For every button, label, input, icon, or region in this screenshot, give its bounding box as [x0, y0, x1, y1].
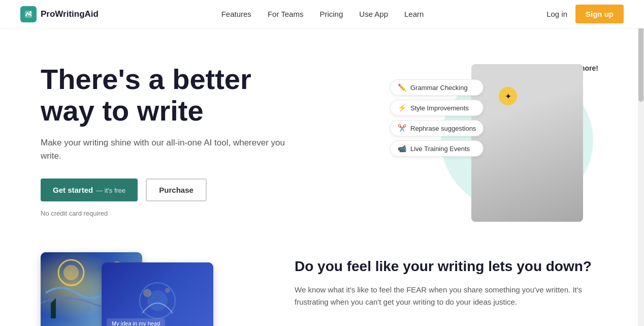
pill-style: ⚡ Style Improvements	[390, 100, 484, 116]
signup-button[interactable]: Sign up	[575, 5, 624, 23]
section2-left: My idea in my head	[41, 252, 254, 326]
section2-right: Do you feel like your writing lets you d…	[295, 252, 603, 308]
training-icon: 📹	[398, 144, 406, 153]
grammar-icon: ✏️	[398, 83, 406, 92]
svg-point-7	[143, 289, 151, 297]
pill-grammar: ✏️ Grammar Checking	[390, 79, 484, 96]
rephrase-icon: ✂️	[398, 124, 406, 132]
no-credit-text: No credit card required	[41, 210, 305, 217]
section2-title: Do you feel like your writing lets you d…	[295, 257, 603, 276]
screen-card	[102, 262, 213, 326]
svg-point-3	[63, 265, 79, 280]
svg-point-8	[165, 288, 170, 293]
nav-use-app[interactable]: Use App	[359, 10, 388, 18]
purchase-button[interactable]: Purchase	[146, 179, 207, 201]
hero-buttons: Get started— it's free Purchase	[41, 179, 305, 201]
logo-link[interactable]: ProWritingAid	[20, 6, 99, 22]
nav-actions: Log in Sign up	[546, 5, 624, 23]
logo-icon	[20, 6, 37, 22]
hero-illustration: ...and more! ✦ ✏️ Grammar Checking ⚡ Sty…	[390, 59, 603, 222]
section2-text: We know what it's like to feel the FEAR …	[295, 284, 603, 308]
star-badge: ✦	[499, 87, 517, 105]
pill-rephrase: ✂️ Rephrase suggestions	[390, 120, 484, 136]
pill-training: 📹 Live Training Events	[390, 140, 484, 157]
style-icon: ⚡	[398, 104, 406, 112]
nav-links: Features For Teams Pricing Use App Learn	[221, 10, 424, 19]
nav-for-teams[interactable]: For Teams	[268, 10, 304, 18]
svg-point-1	[29, 11, 31, 13]
person-illustration	[471, 64, 583, 222]
hero-subtitle: Make your writing shine with our all-in-…	[41, 136, 305, 162]
hero-title: There's a better way to write	[41, 64, 305, 126]
nav-pricing[interactable]: Pricing	[319, 10, 343, 18]
login-button[interactable]: Log in	[546, 10, 567, 18]
brand-name: ProWritingAid	[41, 9, 99, 19]
nav-learn[interactable]: Learn	[404, 10, 424, 18]
scrollbar-track[interactable]	[638, 0, 644, 326]
nav-features[interactable]: Features	[221, 10, 251, 18]
section2: My idea in my head Do you feel like your…	[0, 242, 644, 326]
get-started-button[interactable]: Get started— it's free	[41, 179, 138, 201]
feature-pills: ✏️ Grammar Checking ⚡ Style Improvements…	[390, 79, 484, 157]
hero-section: There's a better way to write Make your …	[0, 28, 644, 242]
idea-label: My idea in my head	[107, 318, 165, 326]
screen-inner	[102, 262, 213, 326]
hero-left: There's a better way to write Make your …	[41, 64, 305, 217]
navbar: ProWritingAid Features For Teams Pricing…	[0, 0, 644, 28]
